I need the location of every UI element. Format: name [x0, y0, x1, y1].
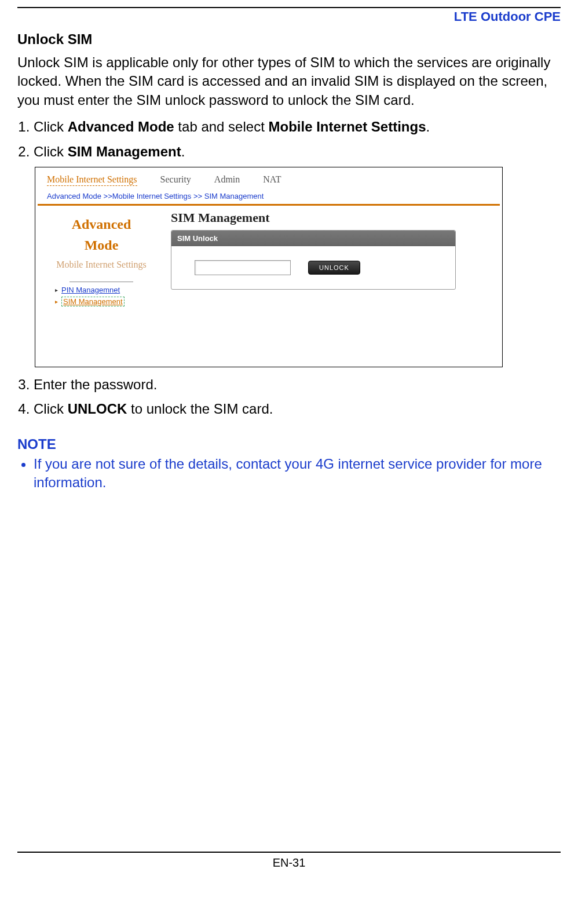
- sidebar-link-pin: PIN Managemnet: [61, 286, 120, 294]
- sidebar-item-pin[interactable]: ▸ PIN Managemnet: [55, 286, 165, 294]
- panel-title: SIM Management: [171, 210, 500, 225]
- steps-list: Click Advanced Mode tab and select Mobil…: [17, 118, 561, 161]
- steps-list-cont: Enter the password. Click UNLOCK to unlo…: [17, 375, 561, 419]
- tab-mobile-internet[interactable]: Mobile Internet Settings: [47, 174, 137, 186]
- step-1: Click Advanced Mode tab and select Mobil…: [34, 118, 561, 136]
- sidebar-link-sim: SIM Management: [61, 297, 125, 306]
- step-4: Click UNLOCK to unlock the SIM card.: [34, 400, 561, 418]
- breadcrumb: Advanced Mode >>Mobile Internet Settings…: [35, 189, 502, 204]
- note-list: If you are not sure of the details, cont…: [17, 455, 561, 492]
- page-header: LTE Outdoor CPE: [17, 7, 561, 29]
- tab-admin[interactable]: Admin: [214, 174, 240, 186]
- tab-nat[interactable]: NAT: [263, 174, 281, 186]
- main-panel: SIM Management SIM Unlock UNLOCK: [165, 210, 500, 349]
- product-title: LTE Outdoor CPE: [454, 9, 561, 24]
- section-heading: Unlock SIM: [17, 31, 561, 48]
- sidebar-sublabel: Mobile Internet Settings: [38, 259, 165, 271]
- top-tabs: Mobile Internet Settings Security Admin …: [35, 167, 502, 189]
- screenshot-sim-management: Mobile Internet Settings Security Admin …: [35, 167, 503, 367]
- note-item: If you are not sure of the details, cont…: [34, 455, 561, 492]
- sim-unlock-input[interactable]: [195, 260, 291, 275]
- arrow-icon: ▸: [55, 287, 58, 293]
- page-number: EN-31: [273, 856, 306, 869]
- arrow-icon: ▸: [55, 298, 58, 305]
- card-header: SIM Unlock: [171, 231, 455, 246]
- sidebar-heading: Advanced Mode: [38, 214, 165, 255]
- note-heading: NOTE: [17, 436, 561, 452]
- intro-paragraph: Unlock SIM is applicable only for other …: [17, 53, 561, 109]
- sidebar: Advanced Mode Mobile Internet Settings ▸…: [38, 210, 165, 349]
- sidebar-divider: [69, 282, 133, 282]
- step-3: Enter the password.: [34, 375, 561, 394]
- sim-unlock-card: SIM Unlock UNLOCK: [171, 230, 456, 290]
- tab-security[interactable]: Security: [160, 174, 191, 186]
- unlock-button[interactable]: UNLOCK: [308, 261, 360, 275]
- step-2: Click SIM Management.: [34, 143, 561, 161]
- sidebar-item-sim[interactable]: ▸ SIM Management: [55, 297, 165, 306]
- page-footer: EN-31: [17, 852, 561, 870]
